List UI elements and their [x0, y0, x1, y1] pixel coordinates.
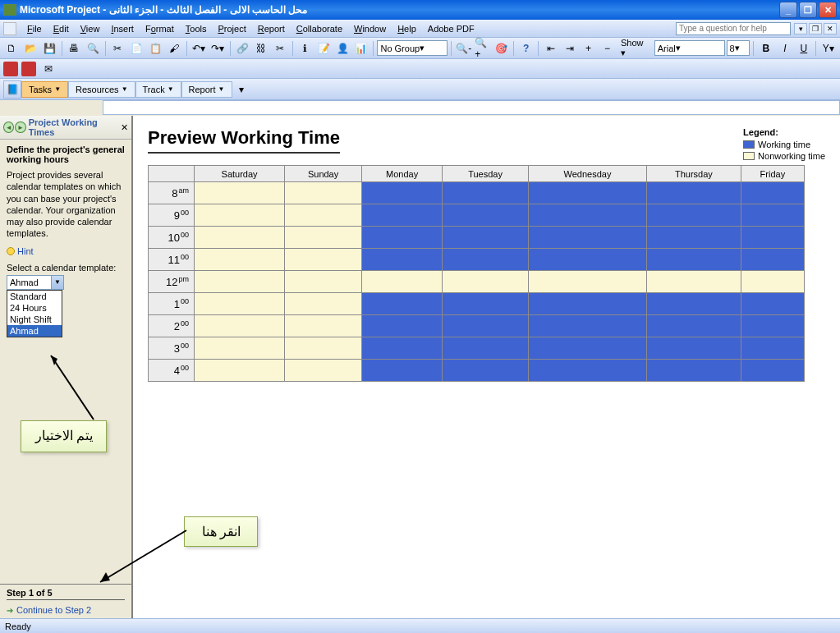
copy-button[interactable]: 📄 [128, 39, 145, 57]
calendar-cell[interactable] [528, 227, 646, 249]
guide-back-button[interactable]: ◄ [3, 122, 14, 133]
calendar-cell[interactable] [528, 271, 646, 293]
calendar-cell[interactable] [443, 249, 529, 271]
calendar-cell[interactable] [741, 227, 804, 249]
mdi-close-button[interactable]: ✕ [824, 23, 837, 34]
calendar-cell[interactable] [195, 249, 285, 271]
tab-track[interactable]: Track▼ [135, 81, 181, 98]
tab-tasks[interactable]: Tasks▼ [21, 81, 68, 98]
template-option-nightshift[interactable]: Night Shift [7, 314, 62, 325]
calendar-cell[interactable] [647, 227, 741, 249]
menu-tools[interactable]: Tools [180, 24, 213, 34]
calendar-cell[interactable] [285, 315, 362, 337]
unlink-button[interactable]: ⛓ [253, 39, 270, 57]
cut-button[interactable]: ✂ [109, 39, 126, 57]
calendar-cell[interactable] [528, 360, 646, 382]
goto-button[interactable]: 🎯 [493, 39, 510, 57]
menu-collaborate[interactable]: Collaborate [291, 24, 348, 34]
underline-button[interactable]: U [795, 39, 812, 57]
link-button[interactable]: 🔗 [234, 39, 251, 57]
calendar-cell[interactable] [195, 360, 285, 382]
calendar-cell[interactable] [528, 293, 646, 315]
calendar-cell[interactable] [741, 315, 804, 337]
publish-button[interactable]: 📊 [353, 39, 370, 57]
calendar-cell[interactable] [361, 337, 442, 360]
calendar-cell[interactable] [741, 271, 804, 293]
zoom-in-button[interactable]: 🔍+ [474, 39, 491, 57]
italic-button[interactable]: I [776, 39, 793, 57]
calendar-cell[interactable] [285, 293, 362, 315]
calendar-cell[interactable] [195, 315, 285, 337]
calendar-cell[interactable] [443, 227, 529, 249]
calendar-cell[interactable] [195, 182, 285, 204]
calendar-cell[interactable] [195, 204, 285, 227]
menu-edit[interactable]: Edit [48, 24, 75, 34]
calendar-cell[interactable] [443, 293, 529, 315]
show-subtasks-button[interactable]: + [580, 39, 597, 57]
template-option-24hours[interactable]: 24 Hours [7, 302, 62, 314]
calendar-cell[interactable] [361, 182, 442, 204]
fontsize-combo[interactable]: 8 ▾ [727, 40, 750, 56]
calendar-cell[interactable] [361, 204, 442, 227]
print-preview-button[interactable]: 🔍 [85, 39, 102, 57]
pdf-attach-icon[interactable] [21, 62, 36, 76]
calendar-cell[interactable] [528, 315, 646, 337]
hide-subtasks-button[interactable]: − [599, 39, 616, 57]
calendar-cell[interactable] [741, 204, 804, 227]
calendar-cell[interactable] [647, 204, 741, 227]
redo-button[interactable]: ↷▾ [209, 39, 227, 57]
calendar-cell[interactable] [528, 249, 646, 271]
menu-adobe-pdf[interactable]: Adobe PDF [422, 24, 480, 34]
entry-bar[interactable] [103, 100, 840, 115]
menu-view[interactable]: View [75, 24, 106, 34]
calendar-cell[interactable] [647, 293, 741, 315]
calendar-cell[interactable] [443, 182, 529, 204]
undo-button[interactable]: ↶▾ [190, 39, 208, 57]
bold-button[interactable]: B [757, 39, 774, 57]
show-menu[interactable]: Show ▾ [617, 38, 653, 58]
calendar-cell[interactable] [361, 315, 442, 337]
calendar-cell[interactable] [443, 315, 529, 337]
continue-link[interactable]: ➔Continue to Step 2 [7, 605, 125, 615]
pdf-icon[interactable] [3, 62, 18, 76]
paste-button[interactable]: 📋 [147, 39, 164, 57]
print-button[interactable]: 🖶 [66, 39, 83, 57]
calendar-cell[interactable] [528, 204, 646, 227]
tab-report[interactable]: Report▼ [181, 81, 232, 98]
calendar-cell[interactable] [647, 182, 741, 204]
toolbar-options-icon[interactable]: ▾ [794, 23, 807, 34]
assign-button[interactable]: 👤 [334, 39, 351, 57]
calendar-cell[interactable] [285, 337, 362, 360]
guide-close-button[interactable]: ✕ [121, 122, 128, 133]
zoom-out-button[interactable]: 🔍- [455, 39, 472, 57]
maximize-button[interactable]: ❐ [799, 2, 817, 18]
help-search-input[interactable] [676, 22, 791, 35]
minimize-button[interactable]: _ [779, 2, 797, 18]
calendar-cell[interactable] [443, 360, 529, 382]
calendar-cell[interactable] [528, 182, 646, 204]
pdf-review-icon[interactable]: ✉ [39, 60, 57, 78]
save-button[interactable]: 💾 [41, 39, 58, 57]
menu-project[interactable]: Project [212, 24, 251, 34]
calendar-cell[interactable] [647, 249, 741, 271]
calendar-cell[interactable] [647, 315, 741, 337]
highlight-button[interactable]: Y▾ [819, 39, 837, 57]
calendar-cell[interactable] [741, 293, 804, 315]
calendar-cell[interactable] [647, 271, 741, 293]
calendar-cell[interactable] [195, 337, 285, 360]
calendar-cell[interactable] [443, 204, 529, 227]
calendar-cell[interactable] [443, 271, 529, 293]
note-button[interactable]: 📝 [315, 39, 333, 57]
calendar-cell[interactable] [741, 360, 804, 382]
calendar-cell[interactable] [741, 337, 804, 360]
toolbar-overflow-icon[interactable]: ▾ [232, 80, 250, 99]
calendar-cell[interactable] [361, 360, 442, 382]
calendar-cell[interactable] [361, 227, 442, 249]
format-painter-button[interactable]: 🖌 [166, 39, 183, 57]
template-option-ahmad[interactable]: Ahmad [7, 325, 62, 337]
tab-resources[interactable]: Resources▼ [68, 81, 135, 98]
guide-button[interactable]: 📘 [3, 80, 21, 99]
calendar-cell[interactable] [528, 337, 646, 360]
mdi-restore-button[interactable]: ❐ [809, 23, 822, 34]
calendar-cell[interactable] [741, 249, 804, 271]
